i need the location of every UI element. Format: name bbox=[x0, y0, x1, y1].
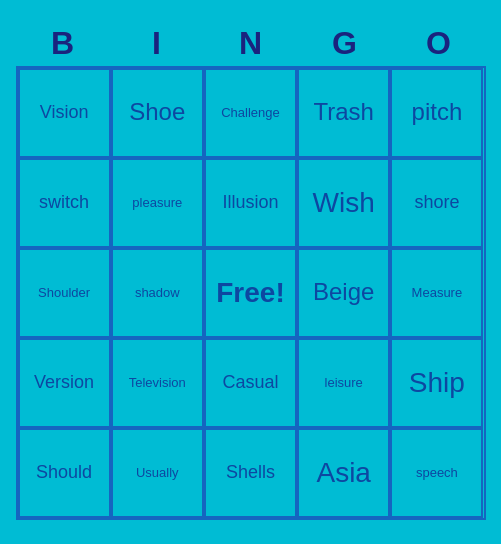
bingo-cell-4-1: Usually bbox=[111, 428, 204, 518]
bingo-cell-3-3: leisure bbox=[297, 338, 390, 428]
bingo-cell-2-1: shadow bbox=[111, 248, 204, 338]
bingo-cell-0-3: Trash bbox=[297, 68, 390, 158]
bingo-cell-2-4: Measure bbox=[390, 248, 483, 338]
bingo-cell-1-0: switch bbox=[18, 158, 111, 248]
bingo-cell-3-1: Television bbox=[111, 338, 204, 428]
header-letter-O: O bbox=[395, 25, 483, 62]
header-letter-I: I bbox=[113, 25, 201, 62]
bingo-cell-2-0: Shoulder bbox=[18, 248, 111, 338]
bingo-cell-2-3: Beige bbox=[297, 248, 390, 338]
bingo-cell-0-0: Vision bbox=[18, 68, 111, 158]
bingo-cell-1-3: Wish bbox=[297, 158, 390, 248]
bingo-cell-4-4: speech bbox=[390, 428, 483, 518]
bingo-cell-0-4: pitch bbox=[390, 68, 483, 158]
header-letter-N: N bbox=[207, 25, 295, 62]
bingo-header: BINGO bbox=[16, 25, 486, 62]
bingo-cell-0-2: Challenge bbox=[204, 68, 297, 158]
bingo-cell-1-4: shore bbox=[390, 158, 483, 248]
bingo-cell-1-1: pleasure bbox=[111, 158, 204, 248]
bingo-cell-4-3: Asia bbox=[297, 428, 390, 518]
header-letter-B: B bbox=[19, 25, 107, 62]
bingo-cell-3-4: Ship bbox=[390, 338, 483, 428]
bingo-cell-3-2: Casual bbox=[204, 338, 297, 428]
bingo-cell-3-0: Version bbox=[18, 338, 111, 428]
bingo-cell-4-2: Shells bbox=[204, 428, 297, 518]
bingo-cell-4-0: Should bbox=[18, 428, 111, 518]
bingo-cell-1-2: Illusion bbox=[204, 158, 297, 248]
bingo-cell-2-2: Free! bbox=[204, 248, 297, 338]
bingo-card: BINGO VisionShoeChallengeTrashpitchswitc… bbox=[6, 15, 496, 530]
header-letter-G: G bbox=[301, 25, 389, 62]
bingo-cell-0-1: Shoe bbox=[111, 68, 204, 158]
bingo-grid: VisionShoeChallengeTrashpitchswitchpleas… bbox=[16, 66, 486, 520]
